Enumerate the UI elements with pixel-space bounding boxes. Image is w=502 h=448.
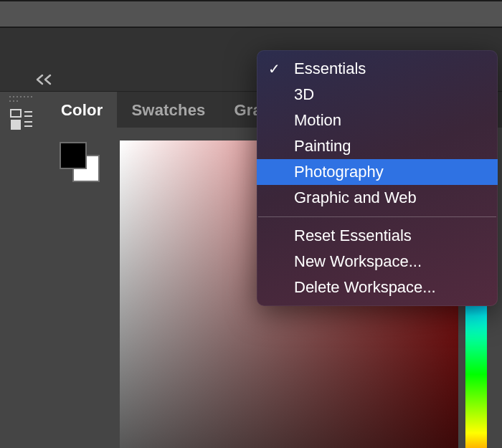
- svg-rect-2: [24, 111, 32, 113]
- svg-rect-5: [24, 125, 32, 127]
- panel-collapse-button[interactable]: [34, 74, 55, 85]
- menu-item-label: New Workspace...: [294, 252, 422, 270]
- app-titlebar: [0, 1, 502, 27]
- menu-item-label: Photography: [294, 163, 384, 181]
- menu-separator: [258, 216, 496, 217]
- svg-rect-4: [24, 121, 32, 123]
- workspace-item-painting[interactable]: Painting: [257, 133, 498, 159]
- workspace-item-3d[interactable]: 3D: [257, 82, 498, 108]
- svg-rect-0: [11, 110, 21, 117]
- menu-item-label: Delete Workspace...: [294, 278, 436, 296]
- double-chevron-left-icon: [34, 74, 55, 85]
- workspace-action-new[interactable]: New Workspace...: [257, 249, 498, 275]
- workspace-action-reset[interactable]: Reset Essentials: [257, 223, 498, 249]
- panel-thumbnail-icon[interactable]: [10, 109, 34, 133]
- menu-item-label: Motion: [294, 111, 341, 129]
- dock-grip-icon: [9, 96, 35, 102]
- tab-swatches[interactable]: Swatches: [117, 92, 219, 128]
- menu-item-label: 3D: [294, 85, 314, 103]
- tab-color[interactable]: Color: [47, 92, 117, 128]
- menu-item-label: Painting: [294, 137, 351, 155]
- svg-rect-3: [24, 115, 32, 117]
- panel-dock: [0, 91, 47, 448]
- workspace-item-photography[interactable]: Photography: [257, 159, 498, 185]
- checkmark-icon: ✓: [268, 56, 280, 82]
- workspace-action-delete[interactable]: Delete Workspace...: [257, 275, 498, 300]
- workspace-menu[interactable]: ✓ Essentials 3D Motion Painting Photogra…: [257, 50, 498, 306]
- foreground-color-swatch[interactable]: [60, 142, 87, 169]
- workspace-item-graphic-and-web[interactable]: Graphic and Web: [257, 185, 498, 211]
- menu-item-label: Graphic and Web: [294, 189, 417, 206]
- svg-rect-1: [11, 120, 21, 130]
- menu-item-label: Essentials: [294, 59, 366, 77]
- foreground-background-swatches[interactable]: [60, 142, 103, 185]
- workspace-item-motion[interactable]: Motion: [257, 108, 498, 133]
- menu-item-label: Reset Essentials: [294, 227, 412, 244]
- workspace-item-essentials[interactable]: ✓ Essentials: [257, 56, 498, 82]
